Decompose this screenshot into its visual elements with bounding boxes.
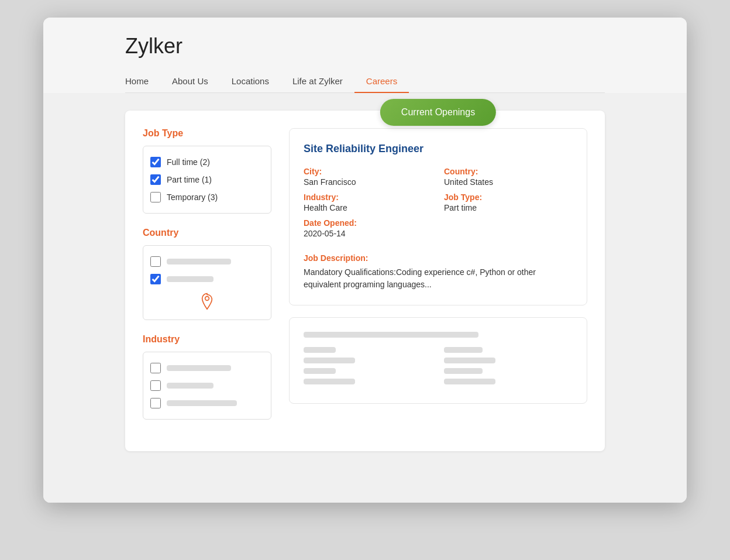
industry-box <box>143 352 271 420</box>
skeleton-r1 <box>444 347 483 353</box>
industry-label-1 <box>167 365 231 371</box>
country-filter: Country <box>143 228 271 320</box>
country-value: United States <box>444 177 573 187</box>
skeleton-r3 <box>444 368 483 374</box>
industry-item-1[interactable] <box>150 359 264 377</box>
country-item-1[interactable] <box>150 253 264 270</box>
country-label-2 <box>167 276 214 282</box>
parttime-checkbox-item[interactable]: Part time (1) <box>150 171 264 188</box>
skeleton-col-right <box>444 347 573 389</box>
nav-item-life[interactable]: Life at Zylker <box>281 70 354 93</box>
skeleton-l3 <box>304 368 336 374</box>
country-label-field: Country: <box>444 167 573 176</box>
skeleton-col-left <box>304 347 432 389</box>
skeleton-r2 <box>444 358 495 363</box>
temporary-label: Temporary (3) <box>167 193 218 202</box>
skeleton-r4 <box>444 379 495 384</box>
job-type-title: Job Type <box>143 128 271 139</box>
industry-checkbox-2[interactable] <box>150 380 161 391</box>
site-header: Zylker Home About Us Locations Life at Z… <box>43 18 687 93</box>
skeleton-l4 <box>304 379 355 384</box>
industry-filter: Industry <box>143 334 271 420</box>
nav-item-home[interactable]: Home <box>125 70 160 93</box>
industry-item-2[interactable] <box>150 377 264 394</box>
country-title: Country <box>143 228 271 238</box>
country-item-2[interactable] <box>150 270 264 288</box>
skeleton-l1 <box>304 347 336 353</box>
country-box <box>143 245 271 320</box>
industry-label-3 <box>167 400 237 406</box>
description-label: Job Description: <box>304 253 573 263</box>
fulltime-label: Full time (2) <box>167 157 210 167</box>
industry-label-2 <box>167 383 214 389</box>
parttime-label: Part time (1) <box>167 175 212 184</box>
country-checkbox-1[interactable] <box>150 256 161 267</box>
browser-window: Zylker Home About Us Locations Life at Z… <box>43 18 687 503</box>
job-details-grid: City: San Francisco Industry: Health Car… <box>304 167 573 244</box>
main-content: Job Type Full time (2) Part time (1) <box>43 93 687 503</box>
industry-checkbox-1[interactable] <box>150 363 161 373</box>
current-openings-button[interactable]: Current Openings <box>380 99 496 126</box>
city-value: San Francisco <box>304 177 432 187</box>
fulltime-checkbox[interactable] <box>150 157 161 167</box>
site-title: Zylker <box>125 34 605 59</box>
job-card-skeleton <box>289 317 587 404</box>
skeleton-title <box>304 332 478 338</box>
main-job-area: Current Openings Site Reliability Engine… <box>289 128 587 434</box>
industry-label-field: Industry: <box>304 193 432 202</box>
job-title: Site Reliability Engineer <box>304 143 573 155</box>
industry-checkbox-3[interactable] <box>150 398 161 408</box>
country-group: Country: United States Job Type: Part ti… <box>444 167 573 244</box>
date-opened-value: 2020-05-14 <box>304 229 432 238</box>
industry-title: Industry <box>143 334 271 345</box>
nav-item-locations[interactable]: Locations <box>220 70 281 93</box>
nav-bar: Home About Us Locations Life at Zylker C… <box>125 70 605 93</box>
skeleton-grid <box>304 347 573 389</box>
skeleton-l2 <box>304 358 355 363</box>
sidebar: Job Type Full time (2) Part time (1) <box>143 128 271 434</box>
city-group: City: San Francisco Industry: Health Car… <box>304 167 432 244</box>
date-opened-label: Date Opened: <box>304 218 432 228</box>
country-label-1 <box>167 259 231 264</box>
temporary-checkbox[interactable] <box>150 192 161 202</box>
svg-point-0 <box>205 297 209 301</box>
location-pin-icon <box>198 293 216 310</box>
industry-item-3[interactable] <box>150 394 264 412</box>
nav-item-about[interactable]: About Us <box>160 70 220 93</box>
job-type-box: Full time (2) Part time (1) Temporary (3… <box>143 146 271 214</box>
temporary-checkbox-item[interactable]: Temporary (3) <box>150 188 264 206</box>
description-text: Mandatory Qualifications:Coding experien… <box>304 266 573 291</box>
city-label: City: <box>304 167 432 176</box>
jobtype-value: Part time <box>444 203 573 212</box>
industry-value: Health Care <box>304 203 432 212</box>
location-icon-wrapper <box>150 288 264 312</box>
country-checkbox-2[interactable] <box>150 274 161 284</box>
content-wrapper: Job Type Full time (2) Part time (1) <box>125 111 605 451</box>
job-card-1: Site Reliability Engineer City: San Fran… <box>289 128 587 305</box>
nav-item-careers[interactable]: Careers <box>354 70 409 93</box>
fulltime-checkbox-item[interactable]: Full time (2) <box>150 153 264 171</box>
job-type-filter: Job Type Full time (2) Part time (1) <box>143 128 271 214</box>
jobtype-label-field: Job Type: <box>444 193 573 202</box>
parttime-checkbox[interactable] <box>150 174 161 185</box>
